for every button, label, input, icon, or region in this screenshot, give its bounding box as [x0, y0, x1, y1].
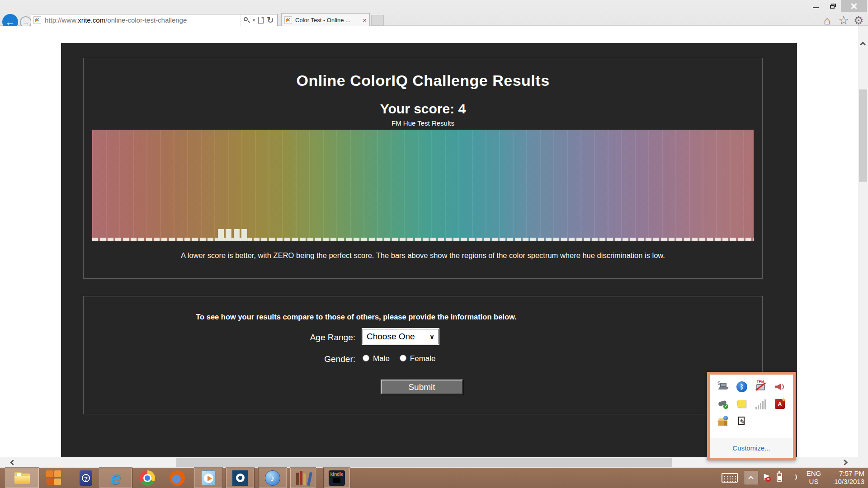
gender-male-label: Male — [373, 354, 390, 363]
close-icon — [851, 3, 857, 9]
settings-gear-icon[interactable]: ⚙ — [854, 15, 863, 26]
tray-overflow-popup: SᛒTPM✓A★✎ Customize... — [707, 372, 796, 460]
hue-spectrum-chart — [92, 130, 754, 241]
subtitle: FM Hue Test Results — [84, 119, 762, 127]
score-caption: A lower score is better, with ZERO being… — [84, 251, 762, 260]
clock-time: 7:57 PM — [827, 469, 864, 478]
favorites-star-icon[interactable]: ☆ — [838, 15, 849, 26]
demographics-panel: To see how your results compare to those… — [83, 296, 763, 414]
error-bar — [218, 229, 224, 241]
age-range-select[interactable]: Choose One ∨ — [363, 329, 439, 344]
taskbar-tray: ⚑✕ ENG US 7:57 PM 10/3/2013 — [719, 468, 868, 488]
error-bar — [226, 229, 231, 241]
package-box-icon[interactable] — [717, 416, 728, 427]
adobe-acrobat-icon[interactable]: A★ — [774, 399, 785, 409]
page-title: Online ColorIQ Challenge Results — [84, 72, 762, 89]
show-hidden-icons-button[interactable] — [745, 471, 758, 484]
gender-female-label: Female — [410, 354, 436, 363]
score-text: Your score: 4 — [84, 101, 762, 117]
search-icon[interactable] — [244, 17, 250, 23]
clock-date: 10/3/2013 — [827, 478, 864, 486]
browser-tab[interactable]: ✕ Color Test - Online ... × — [281, 13, 370, 26]
url-text[interactable]: http://www.xrite.com/online-color-test-c… — [45, 16, 241, 24]
error-bar — [241, 229, 247, 241]
home-icon[interactable]: ⌂ — [824, 15, 830, 26]
language-secondary: US — [802, 478, 825, 486]
bluetooth-icon[interactable]: ᛒ — [736, 381, 747, 392]
chevron-down-icon[interactable]: ▾ — [253, 18, 255, 23]
select-chevron-icon: ∨ — [429, 333, 434, 341]
scroll-up-icon[interactable] — [860, 42, 866, 47]
taskbar-media-player-icon[interactable] — [194, 468, 222, 488]
window-minimize-button[interactable] — [807, 0, 824, 12]
customize-link[interactable]: Customize... — [732, 444, 770, 452]
taskbar-help-book-icon[interactable]: ? — [76, 468, 96, 488]
window-close-button[interactable] — [841, 0, 867, 12]
scroll-left-icon[interactable] — [10, 460, 16, 465]
window-restore-button[interactable] — [825, 0, 841, 12]
spectrum-tick-dashes — [92, 238, 754, 241]
age-range-label: Age Range: — [84, 333, 355, 343]
new-tab-button[interactable] — [371, 15, 384, 26]
taskbar-calibre-icon[interactable] — [290, 468, 316, 488]
address-bar[interactable]: ✕ http://www.xrite.com/online-color-test… — [31, 14, 278, 26]
taskbar-office-icon[interactable] — [43, 468, 63, 488]
taskbar-itunes-icon[interactable]: ♪ — [259, 468, 287, 488]
taskbar-internet-explorer-icon[interactable]: e — [99, 468, 132, 488]
vertical-scrollbar-thumb[interactable] — [859, 89, 867, 182]
address-bar-tools: ▾ ↻ — [241, 14, 277, 26]
taskbar: ?e♪kindle ⚑✕ ENG US 7:57 PM 10/3/2013 — [0, 468, 868, 488]
error-bar — [234, 229, 240, 241]
screen: ← → ✕ http://www.xrite.com/online-color-… — [0, 0, 868, 488]
battery-icon[interactable] — [777, 473, 782, 482]
synaptics-laptop-icon[interactable]: S — [717, 381, 728, 392]
scrollbar-corner — [858, 457, 868, 468]
signal-strength-icon[interactable] — [755, 399, 766, 409]
taskbar-kindle-icon[interactable]: kindle — [324, 468, 350, 488]
form-intro-text: To see how your results compare to those… — [160, 313, 552, 321]
age-range-value: Choose One — [367, 332, 429, 342]
submit-button[interactable]: Submit — [381, 380, 463, 394]
taskbar-chrome-icon[interactable] — [137, 468, 157, 488]
tray-popup-footer: Customize... — [710, 438, 793, 458]
pointing-device-icon[interactable]: ✓ — [717, 399, 728, 409]
tab-close-icon[interactable]: × — [363, 16, 367, 24]
scroll-right-icon[interactable] — [842, 460, 848, 465]
tpm-security-icon[interactable]: TPM — [755, 381, 766, 392]
site-favicon: ✕ — [33, 16, 41, 24]
compatibility-view-icon[interactable] — [258, 17, 264, 23]
volume-mixer-icon[interactable] — [774, 381, 785, 392]
vertical-scrollbar[interactable] — [858, 26, 868, 457]
tab-title: Color Test - Online ... — [295, 17, 359, 23]
taskbar-overdrive-icon[interactable] — [226, 468, 254, 488]
language-primary: ENG — [802, 469, 825, 478]
language-indicator[interactable]: ENG US — [802, 469, 825, 486]
clock[interactable]: 7:57 PM 10/3/2013 — [827, 469, 864, 486]
touch-keyboard-icon[interactable] — [722, 473, 738, 483]
horizontal-scrollbar-thumb[interactable] — [176, 458, 672, 467]
gender-male-radio[interactable] — [363, 355, 369, 361]
gender-options: Male Female — [363, 353, 442, 362]
taskbar-firefox-icon[interactable] — [167, 468, 187, 488]
tab-favicon: ✕ — [284, 16, 292, 24]
gender-label: Gender: — [84, 354, 355, 364]
taskbar-file-explorer-icon[interactable] — [5, 468, 39, 488]
gender-female-radio[interactable] — [400, 355, 406, 361]
browser-chrome: ← → ✕ http://www.xrite.com/online-color-… — [0, 0, 868, 26]
results-panel: Online ColorIQ Challenge Results Your sc… — [83, 58, 763, 279]
page-content: Online ColorIQ Challenge Results Your sc… — [61, 43, 797, 457]
sticky-notes-icon[interactable] — [736, 399, 747, 409]
forward-arrow-icon: → — [23, 19, 29, 26]
action-center-flag-icon[interactable]: ⚑✕ — [762, 472, 770, 483]
refresh-icon[interactable]: ↻ — [267, 16, 274, 24]
tray-icon-grid: SᛒTPM✓A★✎ — [713, 378, 789, 430]
journal-document-icon[interactable]: ✎ — [736, 416, 747, 427]
chevron-up-icon — [748, 476, 753, 481]
